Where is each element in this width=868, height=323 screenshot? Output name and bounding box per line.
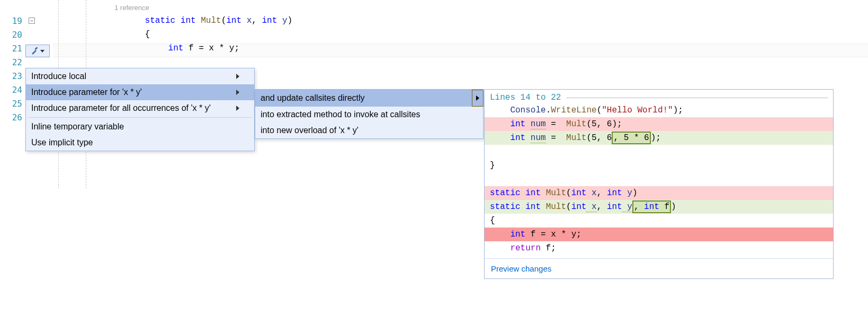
quick-actions-submenu: and update callsites directly into extra… <box>255 89 484 139</box>
menu-item-introduce-parameter[interactable]: Introduce parameter for 'x * y' <box>26 84 254 100</box>
diff-line-added: int num = Mult(5, 6, 5 * 6); <box>485 131 833 145</box>
menu-item-introduce-parameter-all[interactable]: Introduce parameter for all occurrences … <box>26 100 254 116</box>
quick-actions-menu: Introduce local Introduce parameter for … <box>25 68 255 151</box>
line-number: 26 <box>0 112 25 123</box>
diff-line-removed: static int Mult(int x, int y) <box>485 186 833 200</box>
menu-separator <box>28 117 252 118</box>
diff-line-added: static int Mult(int x, int y, int f) <box>485 200 833 214</box>
line-number: 21 <box>0 43 25 54</box>
submenu-arrow-icon <box>236 90 239 95</box>
diff-line-removed: int f = x * y; <box>485 228 833 241</box>
diff-line: } <box>485 159 833 172</box>
menu-item-introduce-local[interactable]: Introduce local <box>26 68 254 84</box>
preview-changes-panel: Lines 14 to 22 Console.WriteLine("Hello … <box>484 89 834 279</box>
submenu-arrow-icon <box>236 74 239 79</box>
code-line[interactable]: 21 int f = x * y; <box>0 41 868 55</box>
diff-line-removed: int num = Mult(5, 6); <box>485 117 833 131</box>
menu-item-use-implicit-type[interactable]: Use implicit type <box>26 135 254 151</box>
divider <box>566 98 828 98</box>
line-number: 24 <box>0 85 25 95</box>
diff-line: Console.WriteLine("Hello World!"); <box>485 103 833 117</box>
line-number: 22 <box>0 57 25 67</box>
preview-range-label: Lines 14 to 22 <box>490 93 561 102</box>
chevron-down-icon <box>40 50 44 53</box>
submenu-item-new-overload[interactable]: into new overload of 'x * y' <box>255 123 483 138</box>
svg-rect-0 <box>34 47 38 50</box>
quick-actions-button[interactable] <box>25 45 50 57</box>
preview-arrow-icon[interactable] <box>472 90 484 107</box>
screwdriver-icon <box>31 46 39 56</box>
preview-diff: Console.WriteLine("Hello World!"); int n… <box>485 103 833 258</box>
diff-line <box>485 145 833 159</box>
fold-toggle-icon[interactable]: − <box>29 18 35 24</box>
diff-line <box>485 172 833 186</box>
line-number: 25 <box>0 99 25 109</box>
diff-line: { <box>485 214 833 228</box>
line-number: 20 <box>0 30 25 40</box>
submenu-arrow-icon <box>236 106 239 111</box>
menu-item-inline-temporary[interactable]: Inline temporary variable <box>26 119 254 135</box>
submenu-item-extracted-method[interactable]: into extracted method to invoke at calls… <box>255 107 483 123</box>
line-number: 19 <box>0 16 25 26</box>
preview-changes-link[interactable]: Preview changes <box>485 258 833 278</box>
submenu-item-update-callsites[interactable]: and update callsites directly <box>255 90 483 107</box>
line-number: 23 <box>0 71 25 81</box>
diff-line: return f; <box>485 241 833 255</box>
